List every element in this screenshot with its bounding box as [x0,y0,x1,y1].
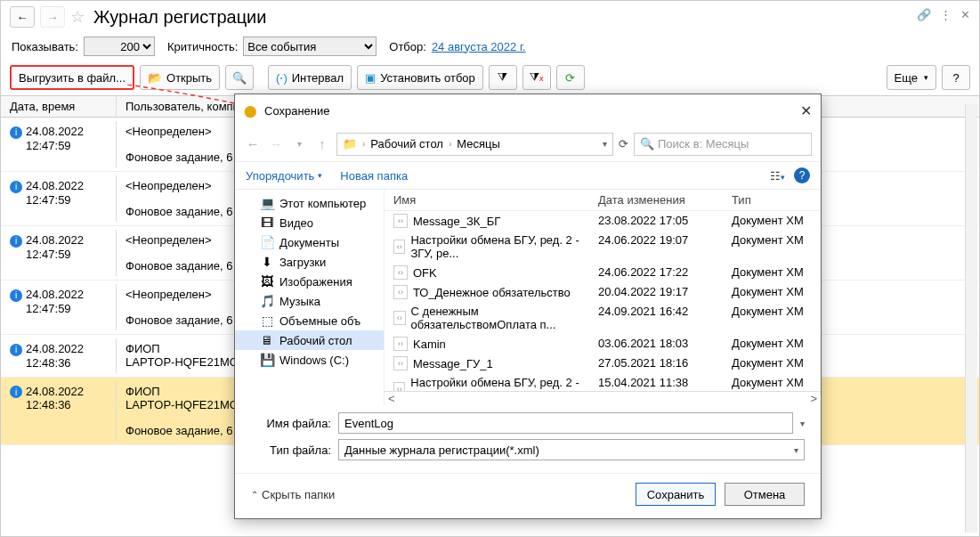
breadcrumb-item[interactable]: Месяцы [457,137,500,151]
find-button[interactable]: 🔍 [225,65,254,90]
set-filter-button[interactable]: ▣Установить отбор [357,65,483,90]
file-row[interactable]: ‹›С денежным обязательствомОплата п...24… [385,302,821,334]
show-label: Показывать: [12,40,78,53]
nav-forward-button[interactable]: → [40,6,65,28]
magnifier-icon: 🔍 [232,71,247,85]
column-datetime[interactable]: Дата, время [1,96,117,117]
xml-file-icon: ‹› [393,214,408,228]
info-icon: i [10,344,22,356]
xml-file-icon: ‹› [393,240,405,254]
vertical-scrollbar[interactable] [965,104,977,533]
cancel-button[interactable]: Отмена [725,483,805,506]
new-folder-button[interactable]: Новая папка [340,169,408,183]
folder-icon: ⬇ [260,255,274,269]
funnel-icon: ⧩ [498,70,507,85]
favorite-star-icon[interactable]: ☆ [70,7,85,27]
xml-file-icon: ‹› [393,265,408,280]
col-name[interactable]: Имя [385,193,598,207]
refresh-button[interactable]: ⟳ [556,65,585,90]
funnel-x-icon: ⧩x [530,70,544,85]
open-button[interactable]: 📂Открыть [140,65,220,90]
criticality-select[interactable]: Все события [243,37,377,56]
xml-file-icon: ‹› [393,382,405,391]
date-filter-link[interactable]: 24 августа 2022 г. [432,40,526,53]
file-row[interactable]: ‹›Kamin03.06.2021 18:03Документ XM [385,334,821,354]
xml-file-icon: ‹› [393,337,408,351]
breadcrumb-item[interactable]: Рабочий стол [370,137,443,151]
folder-icon: 🖼 [260,274,274,289]
filter-apply-button[interactable]: ⧩ [489,65,517,90]
folder-icon: 📁 [343,137,357,151]
tree-item[interactable]: 💾Windows (C:) [235,350,384,370]
dlg-up-button[interactable]: ↑ [313,136,331,151]
tree-item[interactable]: 🎵Музыка [235,291,384,311]
link-icon[interactable]: 🔗 [917,8,931,21]
nav-back-button[interactable]: ← [10,6,35,28]
folder-icon: 💻 [260,196,274,210]
nav-refresh-button[interactable]: ⟳ [619,137,628,151]
file-row[interactable]: ‹›Message_ЗК_БГ23.08.2022 17:05Документ … [385,211,821,231]
help-button[interactable]: ? [942,65,970,90]
interval-button[interactable]: (⋅)Интервал [268,65,352,90]
save-dialog: ⬤ Сохранение ✕ ← → ▾ ↑ 📁 › Рабочий стол … [234,94,822,519]
info-icon: i [10,235,22,248]
export-to-file-button[interactable]: Выгрузить в файл... [10,65,134,90]
breadcrumb[interactable]: 📁 › Рабочий стол › Месяцы ▾ [336,133,613,156]
dialog-title: Сохранение [264,104,330,118]
folder-icon: ⬚ [260,313,274,328]
tree-item[interactable]: 🖼Изображения [235,272,384,291]
info-icon: i [10,126,22,139]
info-icon: i [10,386,22,398]
organize-menu[interactable]: Упорядочить▾ [246,169,322,183]
col-date[interactable]: Дата изменения [598,193,732,207]
tree-item[interactable]: ⬇Загрузки [235,252,384,272]
file-row[interactable]: ‹›Настройки обмена БГУ, ред. 2 - ЗГУ, ре… [385,231,821,263]
horizontal-scrollbar[interactable]: <> [385,391,821,405]
filename-input[interactable] [338,412,793,434]
filename-label: Имя файла: [251,417,331,430]
tree-item[interactable]: 🖥Рабочий стол [235,330,384,350]
show-count-select[interactable]: 200 [84,37,155,56]
dlg-recent-dropdown[interactable]: ▾ [290,139,308,149]
filter-clear-button[interactable]: ⧩x [522,65,551,90]
folder-icon: 📄 [260,235,274,249]
search-input[interactable]: 🔍 Поиск в: Месяцы [634,133,812,156]
more-button[interactable]: Еще▾ [887,65,936,90]
file-row[interactable]: ‹›OFK24.06.2022 17:22Документ XM [385,263,821,282]
filetype-label: Тип файла: [251,443,331,457]
col-type[interactable]: Тип [732,193,821,207]
folder-icon: 🖥 [260,333,274,347]
xml-file-icon: ‹› [393,285,408,299]
dlg-help-button[interactable]: ? [794,167,810,183]
dlg-back-button[interactable]: ← [244,136,262,151]
search-icon: 🔍 [640,137,654,151]
info-icon: i [10,289,22,302]
tree-item[interactable]: ⬚Объемные объ [235,311,384,330]
breadcrumb-dropdown[interactable]: ▾ [603,139,607,149]
app-icon: ⬤ [244,104,257,118]
filetype-select[interactable]: Данные журнала регистрации(*.xml)▾ [338,439,805,460]
tree-item[interactable]: 📄Документы [235,232,384,252]
folder-icon: 🎵 [260,294,274,308]
dialog-close-button[interactable]: ✕ [800,102,812,119]
file-row[interactable]: ‹›Настройки обмена БГУ, ред. 2 - Зарпла.… [385,373,821,391]
folder-icon: 📂 [148,71,162,85]
folder-tree[interactable]: 💻Этот компьютер🎞Видео📄Документы⬇Загрузки… [235,190,385,405]
tree-item[interactable]: 🎞Видео [235,213,384,232]
hide-folders-toggle[interactable]: ⌃Скрыть папки [251,488,335,501]
refresh-icon: ⟳ [565,71,575,85]
save-button[interactable]: Сохранить [636,483,716,506]
filename-dropdown[interactable]: ▾ [800,419,805,428]
close-icon[interactable]: ✕ [960,8,970,21]
criticality-label: Критичность: [167,40,238,53]
file-row[interactable]: ‹›Message_ГУ_127.05.2021 18:16Документ X… [385,354,821,373]
xml-file-icon: ‹› [393,311,406,325]
info-icon: i [10,181,22,193]
tree-item[interactable]: 💻Этот компьютер [235,193,384,213]
folder-icon: 🎞 [260,216,274,230]
file-row[interactable]: ‹›ТО_Денежное обязательство20.04.2022 19… [385,282,821,302]
folder-icon: 💾 [260,353,274,367]
dlg-forward-button[interactable]: → [267,136,285,151]
view-mode-button[interactable]: ☷▾ [770,169,785,183]
kebab-menu-icon[interactable]: ⋮ [940,8,952,21]
